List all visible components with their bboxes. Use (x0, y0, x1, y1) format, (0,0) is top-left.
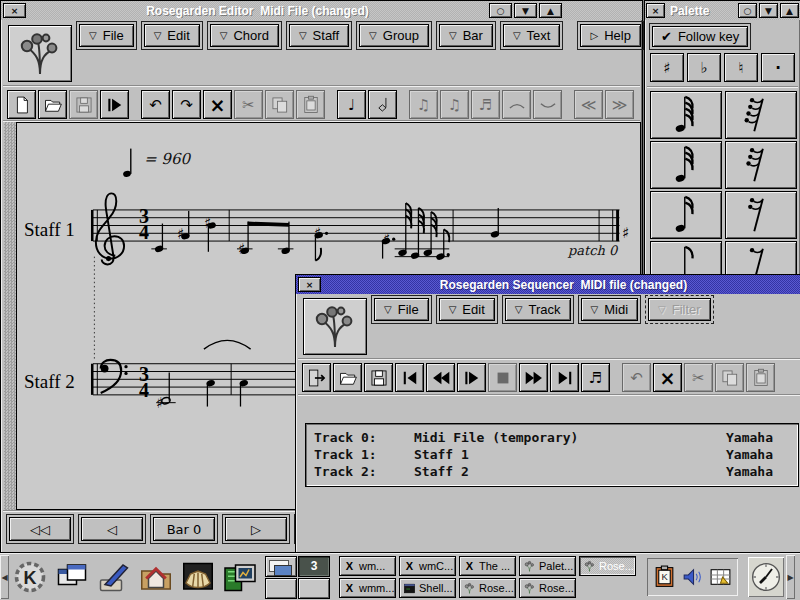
sequencer-import-button[interactable] (302, 363, 331, 392)
task-button-shell[interactable]: Shell... (399, 578, 456, 598)
table-editor-tray-icon[interactable] (708, 563, 733, 591)
editor-redo-button[interactable]: ↷ (172, 90, 201, 119)
panel-collapse-left-icon[interactable]: ◀ (0, 555, 9, 599)
maximize-icon[interactable]: ▲ (780, 3, 799, 18)
task-button-rose[interactable]: Rose... (519, 578, 576, 598)
shell-launcher-button[interactable] (177, 555, 219, 599)
palette-thirty-second-note-button[interactable] (650, 141, 722, 189)
nav-bar-indicator-button[interactable]: Bar 0 (153, 517, 215, 541)
editor-open-folder-button[interactable] (38, 90, 67, 119)
palette-titlebar[interactable]: × Palette ○ ▼ ▲ (645, 1, 800, 20)
palette-sharp-button[interactable]: ♯ (650, 53, 684, 82)
editor-play-button[interactable] (100, 90, 129, 119)
sticky-icon[interactable]: ○ (738, 3, 757, 18)
k-menu-launcher-button[interactable]: K (9, 555, 51, 599)
palette-sixteenth-rest-button[interactable] (725, 191, 797, 239)
task-button-the[interactable]: XThe ... (459, 556, 516, 576)
editor-forward-bar-button[interactable]: ≫ (605, 90, 634, 119)
follow-key-toggle[interactable]: ✔ Follow key (652, 26, 748, 47)
editor-undo-button[interactable]: ↶ (141, 90, 170, 119)
editor-menu-staff[interactable]: ▽Staff (289, 24, 349, 47)
sequencer-paste-button[interactable] (746, 363, 775, 392)
editor-new-file-button[interactable] (7, 90, 36, 119)
home-folder-launcher-button[interactable] (135, 555, 177, 599)
sequencer-menu-filter[interactable]: ▽Filter (648, 298, 711, 321)
pager-desktop-1[interactable] (265, 556, 297, 577)
editor-menu-text[interactable]: ▽Text (503, 24, 561, 47)
sequencer-cut-button[interactable]: ✂ (684, 363, 713, 392)
track-row[interactable]: Track 1:Staff 1Yamaha (314, 446, 790, 463)
nav-first-bar-button[interactable]: ◁◁ (9, 517, 71, 541)
sequencer-skip-end-button[interactable] (550, 363, 579, 392)
clipboard-tray-icon[interactable]: K (652, 563, 677, 591)
task-button-wmc[interactable]: XwmC... (399, 556, 456, 576)
sequencer-skip-start-button[interactable] (395, 363, 424, 392)
editor-note-group-dotted-button[interactable]: ♫ (440, 90, 469, 119)
desktop-pen-launcher-button[interactable] (93, 555, 135, 599)
task-button-wmm[interactable]: Xwmm... (339, 578, 396, 598)
task-button-palet[interactable]: Palet... (519, 556, 576, 576)
editor-diamond-note-button[interactable] (368, 90, 397, 119)
system-monitor-launcher-button[interactable] (219, 555, 261, 599)
editor-menu-help[interactable]: ▷Help (580, 24, 640, 47)
iconify-icon[interactable]: ▼ (514, 3, 537, 18)
audio-volume-tray-icon[interactable] (680, 563, 705, 591)
palette-sixty-fourth-rest-button[interactable] (725, 91, 797, 139)
pager-desktop-3[interactable] (265, 578, 297, 599)
track-row[interactable]: Track 2:Staff 2Yamaha (314, 463, 790, 480)
sequencer-menu-track[interactable]: ▽Track (505, 298, 571, 321)
editor-note-group-button[interactable]: ♫ (409, 90, 438, 119)
sequencer-menu-midi[interactable]: ▽Midi (581, 298, 639, 321)
sequencer-rewind-button[interactable] (426, 363, 455, 392)
editor-save-button[interactable] (69, 90, 98, 119)
sequencer-menu-file[interactable]: ▽File (374, 298, 429, 321)
track-list[interactable]: Track 0:Midi File (temporary)YamahaTrack… (305, 423, 799, 487)
editor-menu-bar[interactable]: ▽Bar (439, 24, 493, 47)
editor-slur-button[interactable] (533, 90, 562, 119)
editor-paste-button[interactable] (296, 90, 325, 119)
sequencer-play-button[interactable] (457, 363, 486, 392)
sequencer-open-folder-button[interactable] (333, 363, 362, 392)
editor-note-group-triplet-button[interactable]: ♬ (471, 90, 500, 119)
nav-next-bar-button[interactable]: ▷ (225, 517, 287, 541)
editor-menu-group[interactable]: ▽Group (359, 24, 429, 47)
palette-sixteenth-note-button[interactable] (650, 191, 722, 239)
palette-thirty-second-rest-button[interactable] (725, 141, 797, 189)
palette-sixty-fourth-note-button[interactable] (650, 91, 722, 139)
track-row[interactable]: Track 0:Midi File (temporary)Yamaha (314, 429, 790, 446)
editor-quarter-note-button[interactable]: ♩ (337, 90, 366, 119)
palette-natural-button[interactable]: ♮ (724, 53, 758, 82)
panel-collapse-right-icon[interactable]: ▶ (786, 555, 795, 599)
palette-dot-button[interactable]: · (761, 53, 795, 82)
sequencer-undo-button[interactable]: ↶ (622, 363, 651, 392)
task-button-rose[interactable]: Rose... (579, 556, 636, 576)
editor-menu-chord[interactable]: ▽Chord (210, 24, 279, 47)
window-list-launcher-button[interactable] (51, 555, 93, 599)
toolbar-drag-handle[interactable] (4, 122, 16, 510)
palette-flat-button[interactable]: ♭ (687, 53, 721, 82)
editor-rewind-bar-button[interactable]: ≪ (574, 90, 603, 119)
sequencer-menu-edit[interactable]: ▽Edit (439, 298, 495, 321)
pager-desktop-4[interactable] (298, 578, 330, 599)
editor-menu-edit[interactable]: ▽Edit (144, 24, 200, 47)
sequencer-copy-button[interactable] (715, 363, 744, 392)
task-button-wm[interactable]: Xwm... (339, 556, 396, 576)
sticky-icon[interactable]: ○ (489, 3, 512, 18)
sequencer-stop-button[interactable] (488, 363, 517, 392)
close-icon[interactable]: × (3, 3, 26, 18)
sequencer-fast-forward-button[interactable] (519, 363, 548, 392)
sequencer-save-button[interactable] (364, 363, 393, 392)
close-icon[interactable]: × (298, 277, 321, 292)
editor-delete-button[interactable]: × (203, 90, 232, 119)
nav-prev-bar-button[interactable]: ◁ (81, 517, 143, 541)
pager-desktop-2[interactable]: 3 (298, 556, 330, 577)
close-icon[interactable]: × (646, 3, 665, 18)
sequencer-notes-button[interactable]: ♬ (581, 363, 610, 392)
sequencer-delete-button[interactable]: × (653, 363, 682, 392)
editor-titlebar[interactable]: × Rosegarden Editor Midi File (changed) … (1, 1, 642, 20)
editor-cut-button[interactable]: ✂ (234, 90, 263, 119)
iconify-icon[interactable]: ▼ (759, 3, 778, 18)
sequencer-titlebar[interactable]: × Rosegarden Sequencer MIDI file (change… (296, 275, 800, 294)
task-button-rose[interactable]: Rose... (459, 578, 516, 598)
editor-copy-button[interactable] (265, 90, 294, 119)
